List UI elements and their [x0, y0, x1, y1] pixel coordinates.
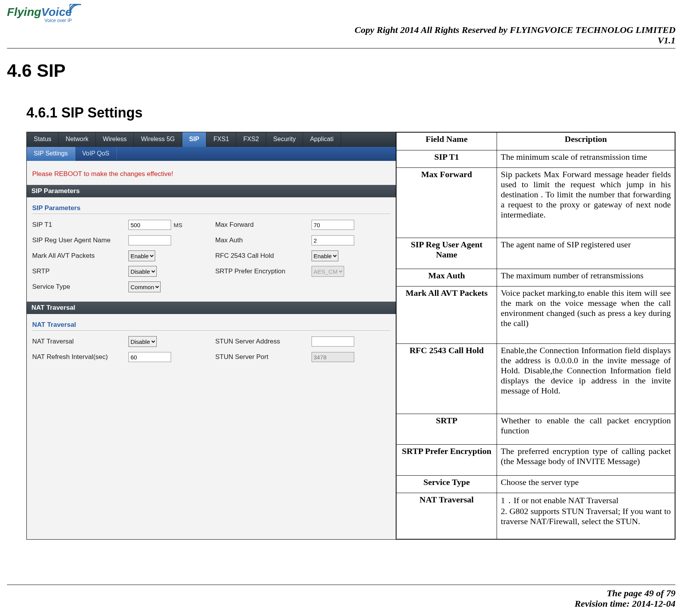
label-max-forward: Max Forward [215, 221, 312, 229]
table-row: RFC 2543 Call HoldEnable,the Connection … [397, 343, 675, 414]
select-rfc2543[interactable]: Enable [312, 250, 338, 261]
group-nat-traversal: NAT Traversal [32, 321, 390, 331]
input-sip-t1[interactable] [128, 220, 171, 230]
version-text: V1.1 [355, 35, 675, 46]
tab-wireless5g[interactable]: Wireless 5G [134, 132, 182, 147]
label-nat-traversal: NAT Traversal [32, 338, 128, 345]
reboot-message: Please REBOOT to make the changes effect… [27, 161, 396, 185]
input-max-auth[interactable] [312, 235, 354, 245]
subtab-voip-qos[interactable]: VoIP QoS [75, 147, 117, 161]
table-row: Service TypeChoose the server type [397, 475, 675, 493]
input-sip-reg-ua[interactable] [128, 235, 171, 245]
table-row: SIP T1The minimum scale of retransmissio… [397, 150, 675, 168]
admin-screenshot: Status Network Wireless Wireless 5G SIP … [27, 132, 396, 539]
label-stun-port: STUN Server Port [215, 353, 312, 361]
tab-fxs1[interactable]: FXS1 [206, 132, 236, 147]
label-stun-addr: STUN Server Address [215, 338, 312, 345]
table-row: NAT Traversal1．If or not enable NAT Trav… [397, 493, 675, 539]
label-max-auth: Max Auth [215, 236, 312, 244]
th-description: Description [497, 133, 675, 150]
input-stun-addr[interactable] [312, 336, 354, 347]
tab-fxs2[interactable]: FXS2 [236, 132, 266, 147]
th-field-name: Field Name [397, 133, 497, 150]
table-row: SRTPWhether to enable the call packet en… [397, 414, 675, 444]
footer-rule [7, 585, 675, 585]
description-table: Field Name Description SIP T1The minimum… [396, 132, 675, 539]
table-row: Mark All AVT PacketsVoice packet marking… [397, 286, 675, 343]
select-service-type[interactable]: Common [128, 281, 161, 292]
label-sip-reg-ua: SIP Reg User Agent Name [32, 236, 128, 244]
label-nat-refresh: NAT Refresh Interval(sec) [32, 353, 128, 361]
heading-sip-settings: 4.6.1 SIP Settings [26, 105, 142, 121]
table-row: Max ForwardSip packets Max Forward messa… [397, 168, 675, 238]
logo: FlyingVoice Voice over IP [7, 5, 72, 23]
input-max-forward[interactable] [312, 220, 354, 230]
label-sip-t1: SIP T1 [32, 221, 128, 229]
revision-time: Revision time: 2014-12-04 [575, 599, 675, 609]
input-stun-port [312, 352, 354, 362]
section-nat-traversal: NAT Traversal [27, 302, 396, 314]
label-srtp-prefer: SRTP Prefer Encryption [215, 267, 312, 275]
copyright-text: Copy Right 2014 All Rights Reserved by F… [355, 25, 675, 35]
tab-status[interactable]: Status [27, 132, 59, 147]
footer-right: The page 49 of 79 Revision time: 2014-12… [575, 588, 675, 609]
tab-security[interactable]: Security [266, 132, 303, 147]
tab-wireless[interactable]: Wireless [96, 132, 134, 147]
select-mark-avt[interactable]: Enable [128, 250, 155, 261]
logo-tagline: Voice over IP [7, 18, 72, 23]
logo-word1: Flying [7, 5, 41, 18]
section-sip-parameters: SIP Parameters [27, 185, 396, 197]
tab-application[interactable]: Applicati [303, 132, 341, 147]
label-rfc2543: RFC 2543 Call Hold [215, 252, 312, 260]
select-nat-traversal[interactable]: Disable [128, 336, 157, 347]
label-mark-avt: Mark All AVT Packets [32, 252, 128, 260]
top-tabs: Status Network Wireless Wireless 5G SIP … [27, 132, 396, 147]
label-service-type: Service Type [32, 283, 128, 291]
tab-network[interactable]: Network [59, 132, 96, 147]
logo-word2: Voice [41, 5, 72, 18]
table-row: SRTP Prefer EncryptionThe preferred encr… [397, 445, 675, 475]
label-srtp: SRTP [32, 267, 128, 275]
group-sip-parameters: SIP Parameters [32, 204, 390, 214]
table-row: Max AuthThe maximum number of retransmis… [397, 269, 675, 286]
subtab-sip-settings[interactable]: SIP Settings [27, 147, 75, 161]
select-srtp[interactable]: Disable [128, 266, 157, 277]
select-srtp-prefer: AES_CM [312, 266, 344, 277]
table-row: SIP Reg User Agent NameThe agent name of… [397, 238, 675, 269]
heading-sip: 4.6 SIP [7, 60, 66, 81]
tab-sip[interactable]: SIP [182, 132, 207, 147]
page-number: The page 49 of 79 [575, 588, 675, 599]
input-nat-refresh[interactable] [128, 352, 171, 362]
wifi-icon [69, 4, 83, 18]
header-right: Copy Right 2014 All Rights Reserved by F… [355, 25, 675, 46]
nat-grid: NAT Traversal Disable STUN Server Addres… [27, 334, 396, 372]
unit-sip-t1: MS [173, 222, 182, 228]
sip-parameters-grid: SIP T1 MS Max Forward SIP Reg User Agent… [27, 217, 396, 302]
sub-tabs: SIP Settings VoIP QoS [27, 147, 396, 161]
main-row: Status Network Wireless Wireless 5G SIP … [26, 132, 675, 540]
header-rule [7, 48, 675, 48]
